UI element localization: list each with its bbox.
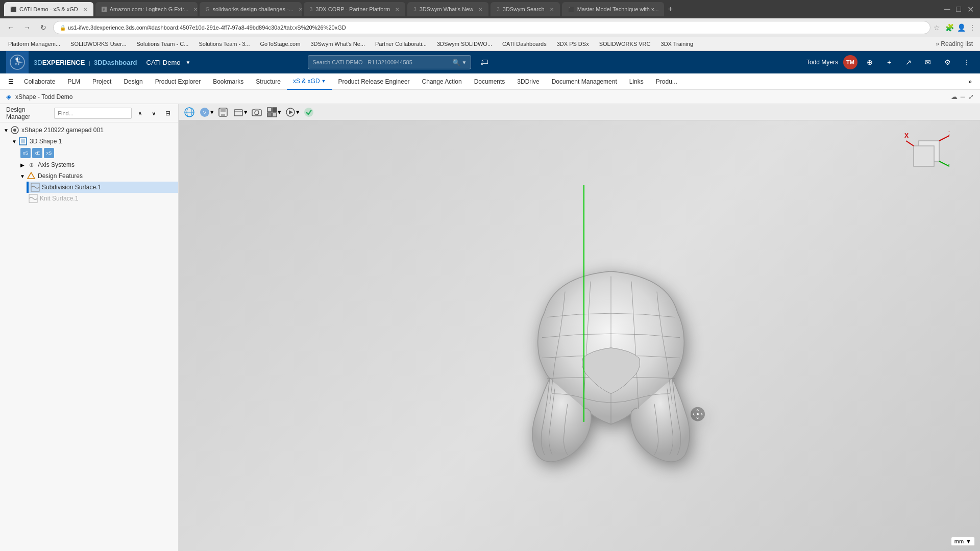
- nav-produ[interactable]: Produ...: [650, 73, 683, 90]
- bookmark-star[interactable]: ☆: [934, 23, 940, 32]
- bookmark-11[interactable]: 3DX Training: [657, 40, 698, 48]
- chat-btn[interactable]: ✉: [921, 55, 935, 69]
- tab-3dswym-new[interactable]: 3 3DSwym What's New ✕: [407, 2, 488, 16]
- find-input[interactable]: [54, 108, 132, 119]
- tree-shape-icon-3[interactable]: xS: [44, 148, 54, 158]
- tab-cati[interactable]: ⬛ CATI Demo - xS & xGD ✕: [4, 2, 93, 16]
- app-logo-area[interactable]: 3D V R: [6, 51, 29, 73]
- nav-3ddrive[interactable]: 3DDrive: [511, 73, 545, 90]
- bookmark-4[interactable]: GoToStage.com: [256, 40, 305, 48]
- vp-display-btn[interactable]: ▾: [265, 106, 282, 119]
- nav-doc-management[interactable]: Document Management: [546, 73, 623, 90]
- forward-btn[interactable]: →: [20, 21, 34, 34]
- vp-render-btn[interactable]: ▾: [284, 106, 300, 119]
- extensions-btn[interactable]: 🧩: [945, 23, 954, 32]
- tab-close-0[interactable]: ✕: [83, 7, 87, 12]
- settings-btn[interactable]: ⚙: [940, 55, 954, 69]
- tab-master-model[interactable]: ⬛ Master Model Technique with x... ✕: [562, 2, 664, 16]
- search-icon[interactable]: 🔍: [452, 59, 460, 66]
- tree-subdivision[interactable]: Subdivision Surface.1: [29, 182, 178, 193]
- vp-sphere-btn[interactable]: [183, 106, 196, 119]
- bookmark-7[interactable]: 3DSwym SOLIDWO...: [433, 40, 496, 48]
- bookmark-8[interactable]: CATI Dashboards: [498, 40, 551, 48]
- refresh-btn[interactable]: ↻: [37, 21, 50, 34]
- nav-structure[interactable]: Structure: [250, 73, 287, 90]
- bookmark-3[interactable]: Solutions Team - 3...: [194, 40, 254, 48]
- company-dropdown-arrow[interactable]: ▼: [185, 60, 190, 65]
- cloud-icon[interactable]: ☁: [951, 93, 958, 101]
- bookmark-6[interactable]: Partner Collaborati...: [371, 40, 431, 48]
- search-dropdown-arrow[interactable]: ▼: [461, 60, 467, 65]
- tree-expand-3dshape[interactable]: ▼: [10, 137, 18, 145]
- tree-knit[interactable]: Knit Surface.1: [0, 193, 178, 204]
- vp-camera-btn[interactable]: [250, 106, 263, 119]
- vp-check-btn[interactable]: [302, 106, 315, 119]
- tab-close-1[interactable]: ✕: [193, 7, 197, 12]
- nav-links[interactable]: Links: [623, 73, 650, 90]
- company-name[interactable]: CATI Demo: [146, 59, 181, 66]
- profile-btn[interactable]: 👤: [957, 23, 966, 32]
- browser-menu-btn[interactable]: ⋮: [969, 23, 976, 32]
- tab-solidworks[interactable]: G solidworks design challenges -... ✕: [200, 2, 302, 16]
- tab-close-5[interactable]: ✕: [550, 7, 554, 12]
- tab-close-3[interactable]: ✕: [395, 7, 399, 12]
- find-up-btn[interactable]: ∧: [134, 107, 146, 119]
- nav-change-action[interactable]: Change Action: [416, 73, 468, 90]
- bookmark-9[interactable]: 3DX PS DSx: [553, 40, 593, 48]
- restore-panel-btn[interactable]: ⤢: [968, 93, 974, 101]
- tree-root[interactable]: ▼ xShape 210922 gamepad 001: [0, 124, 178, 136]
- back-btn[interactable]: ←: [4, 21, 17, 34]
- maximize-btn[interactable]: □: [954, 5, 963, 14]
- nav-collaborate[interactable]: Collaborate: [18, 73, 61, 90]
- nav-more-btn[interactable]: »: [964, 75, 976, 88]
- add-btn[interactable]: +: [882, 55, 896, 69]
- tab-close-4[interactable]: ✕: [478, 7, 482, 12]
- bookmark-1[interactable]: SOLIDWORKS User...: [66, 40, 130, 48]
- new-tab-btn[interactable]: +: [668, 5, 673, 14]
- tag-icon[interactable]: 🏷: [480, 58, 488, 67]
- vp-save-btn[interactable]: [216, 106, 230, 119]
- bookmark-10[interactable]: SOLIDWORKS VRC: [595, 40, 655, 48]
- nav-product-explorer[interactable]: Product Explorer: [149, 73, 207, 90]
- tab-3dswym-search[interactable]: 3 3DSwym Search ✕: [491, 2, 559, 16]
- bookmark-5[interactable]: 3DSwym What's Ne...: [306, 40, 369, 48]
- nav-plm[interactable]: PLM: [61, 73, 86, 90]
- compass-btn[interactable]: ⊕: [863, 55, 877, 69]
- more-bookmarks[interactable]: » Reading list: [933, 40, 976, 47]
- bookmark-0[interactable]: Platform Managem...: [4, 40, 64, 48]
- nav-xs-xgd[interactable]: xS & xGD ▼: [287, 73, 332, 90]
- header-search[interactable]: 🔍 ▼: [308, 55, 471, 69]
- tree-shape-icon-1[interactable]: xS: [20, 148, 31, 158]
- tab-3dxcorp[interactable]: 3 3DX CORP - Partner Platform ✕: [304, 2, 405, 16]
- tree-3dshape[interactable]: ▼ 3D Shape 1: [0, 136, 178, 147]
- tab-amazon[interactable]: 🅰 Amazon.com: Logitech G Extr... ✕: [95, 2, 198, 16]
- nav-project[interactable]: Project: [86, 73, 117, 90]
- bookmark-2[interactable]: Solutions Team - C...: [133, 40, 193, 48]
- close-window-btn[interactable]: ✕: [965, 5, 976, 14]
- vp-view-btn[interactable]: V▾: [198, 106, 214, 119]
- find-down-btn[interactable]: ∨: [148, 107, 160, 119]
- tree-design-features[interactable]: ▼ Design Features: [0, 170, 178, 182]
- tree-expand-features[interactable]: ▼: [18, 172, 27, 180]
- nav-design[interactable]: Design: [117, 73, 149, 90]
- tree-expand-root[interactable]: ▼: [2, 126, 10, 134]
- nav-documents[interactable]: Documents: [468, 73, 511, 90]
- vp-scene-btn[interactable]: ▾: [232, 106, 248, 119]
- minimize-btn[interactable]: ─: [942, 5, 952, 14]
- unit-dropdown[interactable]: mm ▼: [951, 537, 975, 546]
- nav-product-release[interactable]: Product Release Engineer: [332, 73, 415, 90]
- menu-btn[interactable]: ⋮: [960, 55, 974, 69]
- filter-btn[interactable]: ⊟: [162, 107, 174, 119]
- share-btn[interactable]: ↗: [901, 55, 916, 69]
- tree-shape-icon-2[interactable]: xE: [32, 148, 42, 158]
- nav-bookmarks[interactable]: Bookmarks: [207, 73, 250, 90]
- hamburger-btn[interactable]: ☰: [4, 75, 18, 88]
- address-bar[interactable]: 🔒 us1-ifwe.3dexperience.3ds.com/#dashboa…: [53, 21, 930, 34]
- search-input[interactable]: [312, 59, 452, 65]
- tree-axis[interactable]: ▶ ⊕ Axis Systems: [0, 159, 178, 170]
- tab-close-2[interactable]: ✕: [299, 7, 302, 12]
- user-avatar[interactable]: TM: [843, 55, 857, 69]
- tree-expand-axis[interactable]: ▶: [18, 161, 27, 169]
- minimize-panel-btn[interactable]: ─: [961, 93, 965, 101]
- viewport-canvas[interactable]: Z Y X mm ▼: [179, 120, 980, 551]
